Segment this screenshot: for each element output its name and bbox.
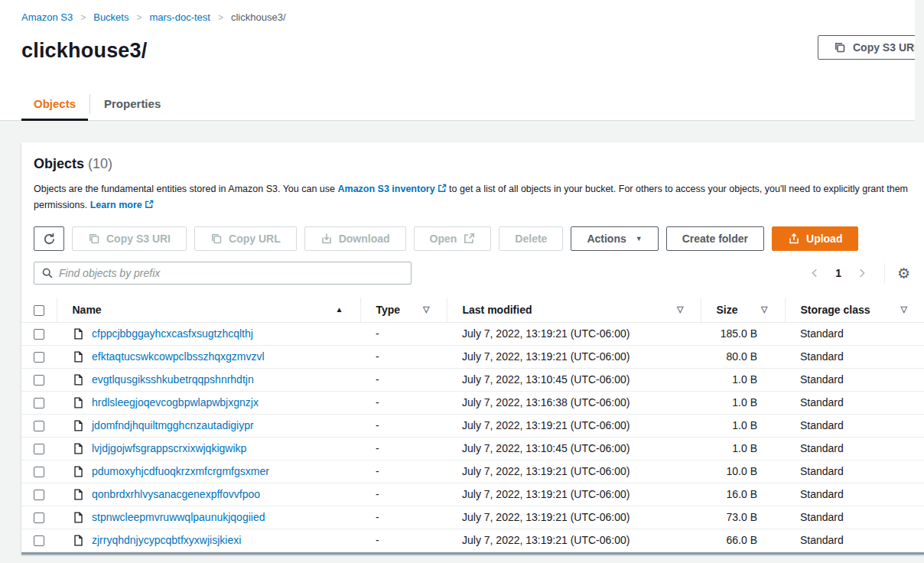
column-header-name[interactable]: Name▲ xyxy=(57,298,360,322)
sort-icon: ▽ xyxy=(677,304,683,314)
search-box xyxy=(34,262,412,285)
open-button[interactable]: Open xyxy=(414,226,492,251)
breadcrumb-item[interactable]: Buckets xyxy=(93,11,129,23)
copy-s3-uri-header-button[interactable]: Copy S3 URI xyxy=(818,35,924,60)
object-size: 10.0 B xyxy=(701,460,785,483)
column-header-size[interactable]: Size▽ xyxy=(701,298,785,322)
current-page-number[interactable]: 1 xyxy=(835,267,841,279)
row-checkbox[interactable] xyxy=(34,375,44,386)
breadcrumb-item[interactable]: Amazon S3 xyxy=(21,11,73,23)
select-all-checkbox[interactable] xyxy=(34,305,44,316)
column-header-type[interactable]: Type▽ xyxy=(360,298,447,322)
object-type: - xyxy=(360,437,447,460)
object-storage-class: Standard xyxy=(785,368,924,391)
objects-heading: Objects (10) xyxy=(34,156,912,172)
row-checkbox[interactable] xyxy=(34,444,44,454)
object-name-link[interactable]: evgtlqusgiksshkubetrqqpshnrhdtjn xyxy=(92,373,254,386)
description-text: to get a list of all objects in your buc… xyxy=(449,184,908,194)
refresh-icon xyxy=(43,233,56,246)
page-content: Objects (10) Objects are the fundamental… xyxy=(0,121,924,555)
row-checkbox[interactable] xyxy=(34,490,44,500)
row-checkbox[interactable] xyxy=(34,513,44,523)
breadcrumb-item: clickhouse3/ xyxy=(231,11,286,23)
file-icon xyxy=(73,512,84,523)
breadcrumb-item[interactable]: mars-doc-test xyxy=(149,11,210,23)
file-icon xyxy=(73,328,84,340)
column-header-last-modified[interactable]: Last modified▽ xyxy=(447,298,701,322)
learn-more-link[interactable]: Learn more xyxy=(90,200,154,210)
pagination-controls: 1 ⚙ xyxy=(805,263,912,283)
object-name-link[interactable]: qonbrdxrhlvysanacgenexpffovvfpoo xyxy=(92,488,260,500)
table-row: stpnwcleepmvruwwqlpaunukjqogiied - July … xyxy=(21,506,924,529)
object-size: 16.0 B xyxy=(701,483,785,506)
objects-heading-label: Objects xyxy=(34,156,84,171)
breadcrumb-separator-icon: > xyxy=(80,12,86,23)
table-row: lvjdjgojwfsgrappscrxixwjqkigwikp - July … xyxy=(21,437,924,460)
object-name-link[interactable]: efktaqtucswkcowpclbsszhqxgzmvzvl xyxy=(92,350,265,363)
object-name-link[interactable]: hrdlsleegjoqevcogbpwlapwbjxgnzjx xyxy=(92,396,259,408)
object-size: 1.0 B xyxy=(701,437,785,460)
page-title: clickhouse3/ xyxy=(21,39,924,63)
object-storage-class: Standard xyxy=(785,437,924,460)
object-storage-class: Standard xyxy=(785,460,924,483)
preferences-gear-icon[interactable]: ⚙ xyxy=(896,265,912,282)
next-page-icon[interactable] xyxy=(852,265,872,282)
external-link-icon xyxy=(145,198,154,213)
object-name-link[interactable]: cfppcjbbggayhcxcasfxsugtzhcqlthj xyxy=(92,327,253,340)
caret-down-icon: ▼ xyxy=(636,236,643,242)
upload-button[interactable]: Upload xyxy=(772,226,858,251)
column-header-storage-class[interactable]: Storage class▽ xyxy=(785,298,924,322)
object-storage-class: Standard xyxy=(785,506,924,529)
refresh-button[interactable] xyxy=(34,226,64,251)
file-icon xyxy=(73,397,84,408)
copy-s3-uri-button[interactable]: Copy S3 URI xyxy=(72,226,187,251)
table-row: pdumoxyhjcdfuoqkrzxmfcrgmfgsxmer - July … xyxy=(21,460,924,483)
row-checkbox[interactable] xyxy=(34,329,44,340)
object-size: 1.0 B xyxy=(701,414,785,437)
download-button[interactable]: Download xyxy=(304,226,406,251)
sort-ascending-icon: ▲ xyxy=(336,305,343,314)
table-header-row: Name▲ Type▽ Last modified▽ Size▽ Storage… xyxy=(21,298,924,322)
tab-objects[interactable]: Objects xyxy=(21,89,88,120)
object-last-modified: July 7, 2022, 13:10:45 (UTC-06:00) xyxy=(447,368,701,391)
select-all-header xyxy=(21,298,57,322)
amazon-s3-inventory-link[interactable]: Amazon S3 inventory xyxy=(338,184,447,194)
tab-properties[interactable]: Properties xyxy=(92,89,173,120)
object-name-link[interactable]: lvjdjgojwfsgrappscrxixwjqkigwikp xyxy=(92,442,246,454)
horizontal-scrollbar[interactable] xyxy=(21,552,924,555)
right-gutter xyxy=(915,0,924,121)
object-name-link[interactable]: jdomfndjhquiltmgghcnzautadigiypr xyxy=(92,419,254,431)
object-size: 73.0 B xyxy=(701,506,785,529)
page-header: Amazon S3>Buckets>mars-doc-test>clickhou… xyxy=(0,0,924,121)
row-checkbox[interactable] xyxy=(34,467,44,477)
row-checkbox[interactable] xyxy=(34,421,44,431)
object-size: 66.0 B xyxy=(701,529,785,552)
s3-console-page: Amazon S3>Buckets>mars-doc-test>clickhou… xyxy=(0,0,924,563)
row-checkbox[interactable] xyxy=(34,535,44,546)
actions-button[interactable]: Actions ▼ xyxy=(571,226,658,251)
object-storage-class: Standard xyxy=(785,322,924,345)
file-icon xyxy=(73,466,84,477)
copy-s3-uri-label: Copy S3 URI xyxy=(853,41,917,54)
objects-table: Name▲ Type▽ Last modified▽ Size▽ Storage… xyxy=(21,298,924,552)
file-icon xyxy=(73,420,84,431)
create-folder-button[interactable]: Create folder xyxy=(666,226,764,251)
object-type: - xyxy=(360,368,447,391)
previous-page-icon[interactable] xyxy=(805,265,825,282)
external-link-icon xyxy=(438,182,447,197)
tab-divider xyxy=(89,94,90,114)
delete-button[interactable]: Delete xyxy=(499,226,563,251)
copy-url-button[interactable]: Copy URL xyxy=(194,226,297,251)
object-name-link[interactable]: stpnwcleepmvruwwqlpaunukjqogiied xyxy=(92,511,265,523)
breadcrumb: Amazon S3>Buckets>mars-doc-test>clickhou… xyxy=(21,0,924,23)
controls-divider xyxy=(884,263,885,283)
row-checkbox[interactable] xyxy=(34,398,44,408)
file-icon xyxy=(73,489,84,500)
object-name-link[interactable]: pdumoxyhjcdfuoqkrzxmfcrgmfgsxmer xyxy=(92,465,269,477)
search-input[interactable] xyxy=(59,267,404,279)
object-type: - xyxy=(360,529,447,552)
row-checkbox[interactable] xyxy=(34,352,44,363)
table-row: qonbrdxrhlvysanacgenexpffovvfpoo - July … xyxy=(21,483,924,506)
object-name-link[interactable]: zjrryqhdnjycypcqbtfxyxwjisjkiexi xyxy=(92,534,241,546)
object-size: 185.0 B xyxy=(701,322,785,345)
